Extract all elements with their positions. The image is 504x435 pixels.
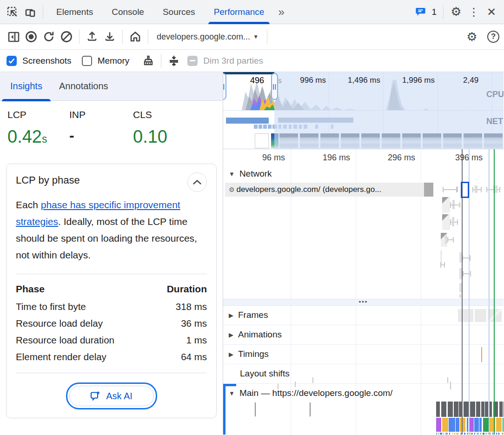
divider [16,274,207,274]
lcp-marker [494,149,495,435]
timings-track-header[interactable]: ▶ Timings [229,349,269,359]
timings-track-label: Timings [238,349,269,359]
kebab-menu-icon[interactable]: ⋮ [465,3,483,21]
frames-track-header[interactable]: ▶ Frames [229,310,268,320]
metric-lcp[interactable]: LCP 0.42s [7,109,69,147]
frame-thumbnail[interactable] [458,309,473,322]
collapse-tracks-icon[interactable] [165,52,183,70]
timeline-panel: 496 s 996 ms 1,496 ms 1,996 ms 2,49 CPU … [223,72,504,435]
collapsed-triangle-icon: ▶ [229,331,233,338]
record-icon[interactable] [22,28,40,46]
layout-shifts-track-label: Layout shifts [240,369,290,379]
issues-message-icon[interactable] [412,3,430,21]
upload-profile-icon[interactable] [83,28,101,46]
phase-cell: Resource load delay [16,315,152,332]
overview-right-handle[interactable]: || [271,73,278,100]
selected-track-indicator [223,384,225,435]
metric-cls[interactable]: CLS 0.10 [133,109,198,147]
network-request-main-document[interactable]: ⚙ developers.google.com/ (developers.go.… [225,183,433,197]
expand-triangle-icon: ▼ [229,171,235,178]
tab-elements[interactable]: Elements [47,0,102,24]
tab-annotations[interactable]: Annotations [51,72,117,101]
tab-console[interactable]: Console [102,0,153,24]
overview-tick: 1,496 ms [336,76,380,85]
frame-thumbnail[interactable] [488,309,502,322]
network-overview-bar [226,118,269,124]
ruler-tick: 396 ms [439,153,485,163]
layout-shifts-track-header[interactable]: Layout shifts [240,369,290,379]
home-icon[interactable] [126,28,144,46]
download-profile-icon[interactable] [101,28,119,46]
collapsed-triangle-icon: ▶ [229,312,233,319]
animations-track-label: Animations [238,330,282,340]
network-track-header[interactable]: ▼ Network [229,169,272,179]
frame-thumbnail[interactable] [475,309,486,322]
cls-label: CLS [133,109,198,120]
ask-ai-button[interactable]: Ask AI [66,382,157,409]
more-tabs-chevron-icon[interactable]: » [273,6,287,19]
overview-tick: 1,996 ms [390,76,435,85]
filmstrip-thumbnail[interactable] [255,133,269,148]
capture-settings-gear-icon[interactable]: ⚙ [463,28,481,46]
caret-down-icon: ▼ [253,33,259,40]
performance-toolbar: developers.google.com... ▼ ⚙ ? [0,24,504,50]
expand-triangle-icon: ▼ [229,390,235,397]
overview-tick: 996 ms [281,76,326,85]
task-tick [255,402,256,416]
garbage-collect-brush-icon[interactable] [139,52,157,70]
timeline-overview[interactable]: 496 s 996 ms 1,496 ms 1,996 ms 2,49 CPU … [223,72,504,149]
screenshots-label: Screenshots [22,56,72,66]
inspect-element-icon[interactable] [4,3,21,21]
collapsed-triangle-icon: ▶ [229,351,233,358]
lcp-by-phase-card: LCP by phase Each phase has specific imp… [6,164,217,418]
lcp-value: 0.42 [7,127,42,146]
tab-sources[interactable]: Sources [153,0,205,24]
core-web-vitals: LCP 0.42s INP - CLS 0.10 [0,101,223,153]
capture-options-bar: Screenshots Memory Dim 3rd parties [0,50,504,72]
overview-left-handle[interactable]: || [223,73,226,100]
help-icon[interactable]: ? [487,31,499,43]
main-thread-track-header[interactable]: ▼ Main — https://developers.google.com/ [229,388,392,398]
issues-count: 1 [431,7,437,17]
screenshots-checkbox[interactable] [7,56,17,66]
dim-3rd-parties-label: Dim 3rd parties [203,56,263,66]
divider [161,54,161,68]
divider [267,30,267,44]
settings-gear-icon[interactable]: ⚙ [447,3,465,21]
body-prefix: Each [16,199,41,210]
dcl-marker [489,149,490,435]
tab-performance[interactable]: Performance [205,0,274,24]
memory-label: Memory [98,56,130,66]
phase-header: Phase [16,281,152,298]
toggle-sidebar-icon[interactable] [5,28,22,46]
metric-inp[interactable]: INP - [69,109,133,147]
close-devtools-icon[interactable]: ✕ [483,3,500,21]
divider [443,5,444,19]
ask-ai-sparkle-icon [90,390,101,402]
net-lane-label: NET [486,117,503,126]
duration-cell: 318 ms [152,298,207,315]
selected-event-outline [461,182,469,198]
clear-icon[interactable] [58,28,75,46]
animations-track-header[interactable]: ▶ Animations [229,330,282,340]
url-label: developers.google.com... [157,32,250,42]
flame-chart-view[interactable]: 96 ms 196 ms 296 ms 396 ms ▼ Network ⚙ d… [223,149,504,435]
record-and-reload-icon[interactable] [40,28,58,46]
ruler-tick: 96 ms [241,153,288,163]
selected-track-indicator [223,384,236,386]
card-description: Each phase has specific improvement stra… [16,197,207,264]
dim-3rd-parties-checkbox [187,56,198,66]
memory-checkbox[interactable] [82,56,92,66]
device-toolbar-icon[interactable] [21,3,39,21]
timing-marker[interactable] [481,347,482,362]
divider [79,30,80,44]
duration-cell: 64 ms [152,349,207,365]
tab-insights[interactable]: Insights [2,72,51,101]
collapse-card-button[interactable] [187,172,207,192]
main-thread-track-label: Main — https://developers.google.com/ [239,388,393,398]
selection-top-bar [223,72,274,74]
cpu-lane-label: CPU [486,90,504,99]
phase-cell: Element render delay [16,349,152,365]
lcp-label: LCP [7,109,69,120]
history-url-selector[interactable]: developers.google.com... ▼ [152,32,263,42]
